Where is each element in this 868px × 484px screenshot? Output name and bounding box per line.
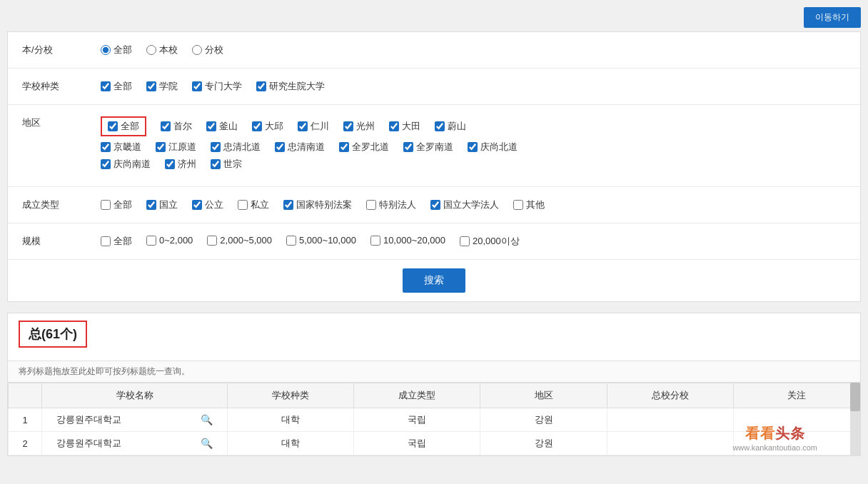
cb-region-chungbuk[interactable]: 忠清北道 bbox=[211, 141, 261, 153]
cb-est-public[interactable]: 公立 bbox=[192, 198, 223, 211]
col-region: 地区 bbox=[480, 383, 607, 408]
established-options: 全部 国立 公立 私立 国家特别法案 bbox=[94, 196, 860, 214]
region-row-1: 全部 首尔 釜山 大邱 bbox=[101, 116, 853, 136]
scale-options: 全部 0~2,000 2,000~5,000 5,000~10,000 10,0… bbox=[94, 232, 860, 251]
cb-scale-10000-20000[interactable]: 10,000~20,000 bbox=[370, 235, 445, 246]
cb-est-national[interactable]: 国立 bbox=[146, 198, 178, 211]
cell-branch-2 bbox=[607, 432, 733, 455]
cb-region-jeju[interactable]: 济州 bbox=[165, 158, 196, 171]
cb-type-college[interactable]: 学院 bbox=[146, 80, 178, 93]
label-established: 成立类型 bbox=[8, 196, 94, 214]
cb-scale-20000-plus[interactable]: 20,000이상 bbox=[460, 235, 520, 248]
cb-scale-2000-5000[interactable]: 2,000~5,000 bbox=[207, 235, 272, 246]
cell-branch-1 bbox=[607, 408, 733, 432]
col-branch: 总校分校 bbox=[607, 383, 733, 408]
col-school-name: 学校名称 bbox=[42, 383, 228, 408]
cb-scale-all[interactable]: 全部 bbox=[101, 235, 132, 248]
cb-est-national-corp[interactable]: 国立大学法人 bbox=[430, 198, 499, 211]
scrollbar-thumb[interactable] bbox=[850, 383, 860, 411]
cb-region-gyeongbuk[interactable]: 庆尚北道 bbox=[468, 141, 518, 153]
cell-established-2: 국립 bbox=[354, 432, 480, 455]
cell-type-2: 대학 bbox=[228, 432, 354, 455]
cb-region-seoul[interactable]: 首尔 bbox=[161, 120, 192, 133]
cb-est-private[interactable]: 私立 bbox=[238, 198, 269, 211]
cb-est-special-law[interactable]: 国家特别法案 bbox=[283, 198, 352, 211]
cb-region-gyeonggi[interactable]: 京畿道 bbox=[101, 141, 141, 153]
radio-branch[interactable]: 分校 bbox=[192, 44, 223, 56]
form-row-branch: 本/分校 全部 本校 分校 bbox=[8, 32, 860, 69]
col-num bbox=[9, 383, 42, 408]
table-container: 将列标题拖放至此处即可按列标题统一查询。 学校名称 学校种类 成立类型 地区 总… bbox=[8, 361, 860, 455]
cb-region-jeonnam[interactable]: 全罗南道 bbox=[403, 141, 453, 153]
cell-type-1: 대학 bbox=[228, 408, 354, 432]
cb-scale-0-2000[interactable]: 0~2,000 bbox=[146, 235, 193, 246]
col-school-type: 学校种类 bbox=[228, 383, 354, 408]
cell-num-2: 2 bbox=[9, 432, 42, 455]
col-note: 关注 bbox=[733, 383, 859, 408]
col-established: 成立类型 bbox=[354, 383, 480, 408]
cb-region-daejeon[interactable]: 大田 bbox=[389, 120, 420, 133]
cb-est-special-corp[interactable]: 特别法人 bbox=[366, 198, 416, 211]
label-school-type: 学校种类 bbox=[8, 77, 94, 96]
table-row: 1 강릉원주대학교 🔍 대학 국립 강원 bbox=[9, 408, 860, 432]
cb-region-gyeongnam[interactable]: 庆尚南道 bbox=[101, 158, 151, 171]
region-row-3: 庆尚南道 济州 世宗 bbox=[101, 158, 853, 171]
branch-options: 全部 本校 分校 bbox=[94, 41, 860, 59]
cb-region-all[interactable]: 全部 bbox=[101, 116, 146, 136]
table-row: 2 강릉원주대학교 🔍 대학 국립 강원 bbox=[9, 432, 860, 455]
cb-region-chungnam[interactable]: 忠清南道 bbox=[275, 141, 325, 153]
cell-name-1: 강릉원주대학교 🔍 bbox=[42, 408, 228, 432]
cb-region-gwangju[interactable]: 光州 bbox=[343, 120, 375, 133]
label-scale: 规模 bbox=[8, 232, 94, 251]
cell-established-1: 국립 bbox=[354, 408, 480, 432]
form-row-region: 地区 全部 首尔 釜山 bbox=[8, 105, 860, 187]
search-form: 本/分校 全部 本校 分校 学校种类 bbox=[7, 31, 861, 302]
search-icon-2[interactable]: 🔍 bbox=[201, 438, 213, 449]
label-region: 地区 bbox=[8, 114, 94, 132]
radio-main[interactable]: 本校 bbox=[146, 44, 178, 56]
cb-type-vocational[interactable]: 专门大学 bbox=[192, 80, 242, 93]
cb-region-busan[interactable]: 釜山 bbox=[206, 120, 238, 133]
search-button[interactable]: 搜索 bbox=[403, 268, 465, 293]
search-button-row: 搜索 bbox=[8, 260, 860, 301]
top-action-button[interactable]: 이동하기 bbox=[804, 7, 861, 28]
region-content: 全部 首尔 釜山 大邱 bbox=[94, 114, 860, 178]
radio-all[interactable]: 全部 bbox=[101, 44, 132, 56]
region-row-2: 京畿道 江原道 忠清北道 忠清南道 bbox=[101, 141, 853, 153]
cell-region-1: 강원 bbox=[480, 408, 607, 432]
cb-region-ulsan[interactable]: 蔚山 bbox=[435, 120, 466, 133]
cb-scale-5000-10000[interactable]: 5,000~10,000 bbox=[286, 235, 356, 246]
cell-name-2: 강릉원주대학교 🔍 bbox=[42, 432, 228, 455]
cb-est-other[interactable]: 其他 bbox=[513, 198, 545, 211]
cb-region-gangwon[interactable]: 江原道 bbox=[156, 141, 196, 153]
scrollbar-track[interactable] bbox=[850, 383, 860, 455]
cb-region-jeonbuk[interactable]: 全罗北道 bbox=[339, 141, 389, 153]
cell-note-2 bbox=[733, 432, 859, 455]
cell-note-1 bbox=[733, 408, 859, 432]
label-branch: 本/分校 bbox=[8, 41, 94, 59]
results-table: 学校名称 学校种类 成立类型 地区 总校分校 关注 1 bbox=[8, 383, 860, 455]
cell-region-2: 강원 bbox=[480, 432, 607, 455]
cb-region-incheon[interactable]: 仁川 bbox=[298, 120, 329, 133]
cb-est-all[interactable]: 全部 bbox=[101, 198, 132, 211]
cb-region-daegu[interactable]: 大邱 bbox=[252, 120, 283, 133]
cb-type-all[interactable]: 全部 bbox=[101, 80, 132, 93]
cb-region-sejong[interactable]: 世宗 bbox=[211, 158, 242, 171]
school-type-options: 全部 学院 专门大学 研究生院大学 bbox=[94, 77, 860, 96]
results-section: 总(61个) 将列标题拖放至此处即可按列标题统一查询。 学校名称 学校种类 成立… bbox=[7, 313, 861, 456]
search-icon-1[interactable]: 🔍 bbox=[201, 414, 213, 425]
table-header-row: 学校名称 学校种类 成立类型 地区 总校分校 关注 bbox=[9, 383, 860, 408]
form-row-school-type: 学校种类 全部 学院 专门大学 研究生院大学 bbox=[8, 69, 860, 105]
results-count: 总(61个) bbox=[29, 327, 77, 341]
drag-hint: 将列标题拖放至此处即可按列标题统一查询。 bbox=[8, 361, 860, 383]
cb-type-graduate[interactable]: 研究生院大学 bbox=[256, 80, 325, 93]
form-row-established: 成立类型 全部 国立 公立 私立 bbox=[8, 187, 860, 223]
cell-num-1: 1 bbox=[9, 408, 42, 432]
form-row-scale: 规模 全部 0~2,000 2,000~5,000 5,000~10,000 bbox=[8, 223, 860, 260]
